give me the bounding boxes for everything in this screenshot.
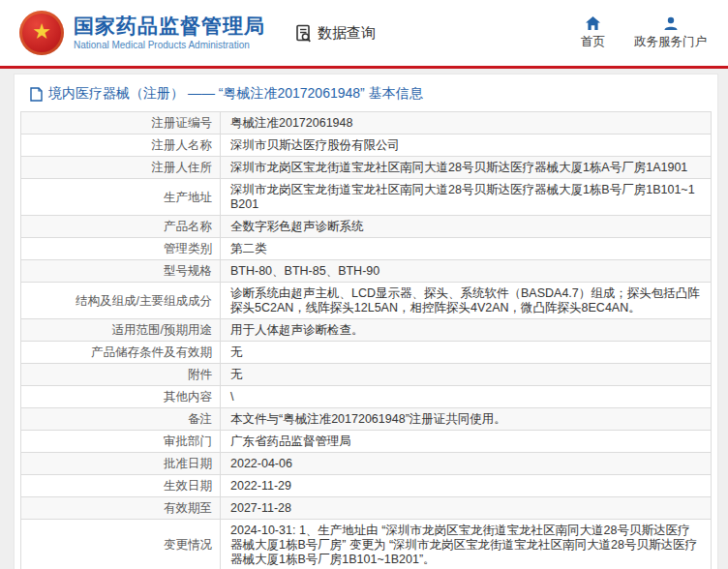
- national-emblem-logo: ★: [19, 11, 64, 55]
- row-value-cell: 深圳市龙岗区宝龙街道宝龙社区南同大道28号贝斯达医疗器械大厦1栋A号厂房1A19…: [220, 157, 711, 178]
- row-label: 变更情况: [164, 538, 212, 553]
- row-value: \: [230, 390, 701, 404]
- row-label-cell: 备注: [21, 408, 220, 430]
- org-title-block: 国家药品监督管理局 National Medical Products Admi…: [74, 15, 265, 51]
- row-label-cell: 批准日期: [21, 453, 220, 474]
- table-row: 生效日期 2022-11-29: [21, 474, 711, 496]
- row-value-cell: 2022-04-06: [220, 453, 711, 474]
- document-icon: [30, 87, 43, 102]
- data-query-label: 数据查询: [318, 24, 376, 43]
- row-value: 无: [230, 345, 701, 360]
- row-label-cell: 其他内容: [21, 386, 220, 407]
- row-label: 备注: [188, 412, 212, 427]
- row-value-cell: BTH-80、BTH-85、BTH-90: [220, 260, 711, 282]
- org-name-cn: 国家药品监督管理局: [74, 15, 265, 38]
- table-row: 适用范围/预期用途 用于人体超声诊断检查。: [21, 318, 711, 341]
- row-label-cell: 生效日期: [21, 475, 220, 496]
- row-label-cell: 注册证编号: [21, 112, 220, 134]
- row-value-cell: \: [220, 386, 711, 407]
- row-value: 无: [230, 368, 701, 382]
- registration-info-table: 注册证编号 粤械注准20172061948 注册人名称 深圳市贝斯达医疗股份有限…: [20, 111, 712, 569]
- table-row: 结构及组成/主要组成成分 诊断系统由超声主机、LCD显示器、探头、系统软件（BA…: [21, 282, 711, 318]
- nav-gov-portal-label: 政务服务门户: [634, 34, 707, 50]
- row-label-cell: 型号规格: [21, 260, 220, 282]
- row-value-cell: 粤械注准20172061948: [220, 112, 711, 134]
- document-search-icon: [294, 24, 313, 43]
- content-card: 境内医疗器械（注册） —— “粤械注准20172061948” 基本信息 注册证…: [14, 74, 718, 569]
- row-label: 管理类别: [164, 242, 212, 256]
- table-row: 变更情况 2024-10-31: 1、生产地址由 “深圳市龙岗区宝龙街道宝龙社区…: [21, 519, 711, 569]
- table-row: 产品名称 全数字彩色超声诊断系统: [21, 215, 711, 237]
- row-label: 注册证编号: [152, 116, 213, 131]
- top-navigation: 首页 政务服务门户: [581, 16, 711, 50]
- org-name-en: National Medical Products Administration: [74, 40, 265, 51]
- row-label: 注册人名称: [152, 138, 213, 153]
- row-label: 注册人住所: [152, 161, 213, 175]
- row-label-cell: 管理类别: [21, 238, 220, 259]
- row-label-cell: 生产地址: [21, 179, 220, 215]
- row-value-cell: 深圳市龙岗区宝龙街道宝龙社区南同大道28号贝斯达医疗器械大厦1栋B号厂房1B10…: [220, 179, 711, 215]
- row-label-cell: 注册人住所: [21, 157, 220, 178]
- row-label-cell: 附件: [21, 364, 220, 385]
- row-label-cell: 产品储存条件及有效期: [21, 342, 220, 363]
- table-row: 注册证编号 粤械注准20172061948: [21, 112, 711, 134]
- row-label-cell: 适用范围/预期用途: [21, 319, 220, 341]
- table-row: 注册人名称 深圳市贝斯达医疗股份有限公司: [21, 134, 711, 156]
- table-row: 其他内容 \: [21, 385, 711, 407]
- table-row: 备注 本文件与“粤械注准20172061948”注册证共同使用。: [21, 407, 711, 430]
- star-icon: ★: [32, 21, 51, 43]
- page-title: 境内医疗器械（注册） —— “粤械注准20172061948” 基本信息: [48, 85, 423, 103]
- row-label: 结构及组成/主要组成成分: [76, 294, 212, 309]
- row-label-cell: 结构及组成/主要组成成分: [21, 283, 220, 318]
- table-row: 批准日期 2022-04-06: [21, 452, 711, 474]
- row-value: 深圳市龙岗区宝龙街道宝龙社区南同大道28号贝斯达医疗器械大厦1栋A号厂房1A19…: [230, 161, 701, 175]
- row-label: 生产地址: [164, 191, 212, 205]
- row-label: 批准日期: [164, 457, 212, 471]
- row-value: 2027-11-28: [230, 501, 701, 516]
- row-value: BTH-80、BTH-85、BTH-90: [230, 264, 701, 279]
- row-value: 粤械注准20172061948: [230, 116, 701, 131]
- table-row: 产品储存条件及有效期 无: [21, 341, 711, 363]
- row-label-cell: 变更情况: [21, 520, 220, 569]
- table-row: 型号规格 BTH-80、BTH-85、BTH-90: [21, 259, 711, 282]
- user-icon: [663, 16, 679, 34]
- row-value: 用于人体超声诊断检查。: [230, 323, 701, 338]
- row-value: 第二类: [230, 242, 701, 256]
- row-value-cell: 2027-11-28: [220, 497, 711, 519]
- row-label: 附件: [188, 368, 212, 382]
- row-value: 全数字彩色超声诊断系统: [230, 220, 701, 234]
- row-label: 适用范围/预期用途: [112, 323, 212, 338]
- row-label: 审批部门: [164, 434, 212, 449]
- page-title-bar: 境内医疗器械（注册） —— “粤械注准20172061948” 基本信息: [20, 75, 712, 111]
- table-row: 附件 无: [21, 363, 711, 385]
- row-label-cell: 注册人名称: [21, 135, 220, 156]
- row-value-cell: 用于人体超声诊断检查。: [220, 319, 711, 341]
- row-label: 其他内容: [164, 390, 212, 404]
- row-label: 产品名称: [164, 220, 212, 234]
- row-value-cell: 诊断系统由超声主机、LCD显示器、探头、系统软件（BASDA4.7）组成；探头包…: [220, 283, 711, 318]
- nav-home[interactable]: 首页: [581, 16, 605, 50]
- row-value-cell: 2022-11-29: [220, 475, 711, 496]
- table-row: 管理类别 第二类: [21, 237, 711, 259]
- home-icon: [585, 16, 601, 34]
- row-value-cell: 全数字彩色超声诊断系统: [220, 216, 711, 237]
- row-value: 广东省药品监督管理局: [230, 434, 701, 449]
- data-query-nav[interactable]: 数据查询: [294, 24, 376, 43]
- row-value: 本文件与“粤械注准20172061948”注册证共同使用。: [230, 412, 701, 427]
- row-label-cell: 有效期至: [21, 497, 220, 519]
- table-row: 注册人住所 深圳市龙岗区宝龙街道宝龙社区南同大道28号贝斯达医疗器械大厦1栋A号…: [21, 156, 711, 178]
- row-value-cell: 无: [220, 364, 711, 385]
- row-label: 生效日期: [164, 479, 212, 494]
- row-value: 2022-04-06: [230, 457, 701, 471]
- table-row: 审批部门 广东省药品监督管理局: [21, 430, 711, 452]
- header-red-divider: [0, 66, 728, 69]
- row-value: 深圳市龙岗区宝龙街道宝龙社区南同大道28号贝斯达医疗器械大厦1栋B号厂房1B10…: [230, 183, 701, 212]
- row-value-cell: 2024-10-31: 1、生产地址由 “深圳市龙岗区宝龙街道宝龙社区南同大道2…: [220, 520, 711, 569]
- table-row: 生产地址 深圳市龙岗区宝龙街道宝龙社区南同大道28号贝斯达医疗器械大厦1栋B号厂…: [21, 178, 711, 215]
- table-row: 有效期至 2027-11-28: [21, 496, 711, 519]
- site-header: ★ 国家药品监督管理局 National Medical Products Ad…: [0, 0, 728, 66]
- row-value-cell: 广东省药品监督管理局: [220, 431, 711, 452]
- row-value-cell: 本文件与“粤械注准20172061948”注册证共同使用。: [220, 408, 711, 430]
- row-label-cell: 产品名称: [21, 216, 220, 237]
- nav-gov-portal[interactable]: 政务服务门户: [634, 16, 707, 50]
